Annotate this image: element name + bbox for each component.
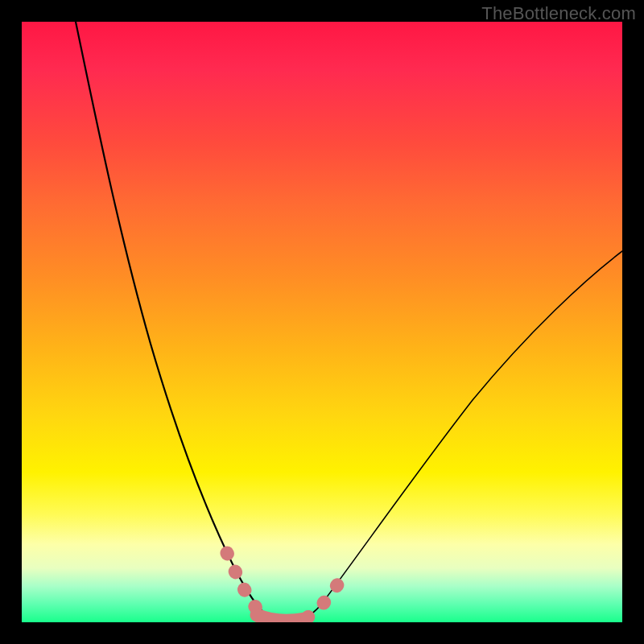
chart-frame: TheBottleneck.com — [0, 0, 644, 644]
watermark-text: TheBottleneck.com — [481, 3, 636, 24]
bottleneck-curve-right — [287, 251, 622, 622]
highlight-segment-right — [308, 577, 342, 617]
curve-layer — [22, 22, 622, 622]
highlight-segment-bottom — [257, 615, 305, 621]
plot-area — [22, 22, 622, 622]
bottleneck-curve-left — [76, 22, 287, 622]
